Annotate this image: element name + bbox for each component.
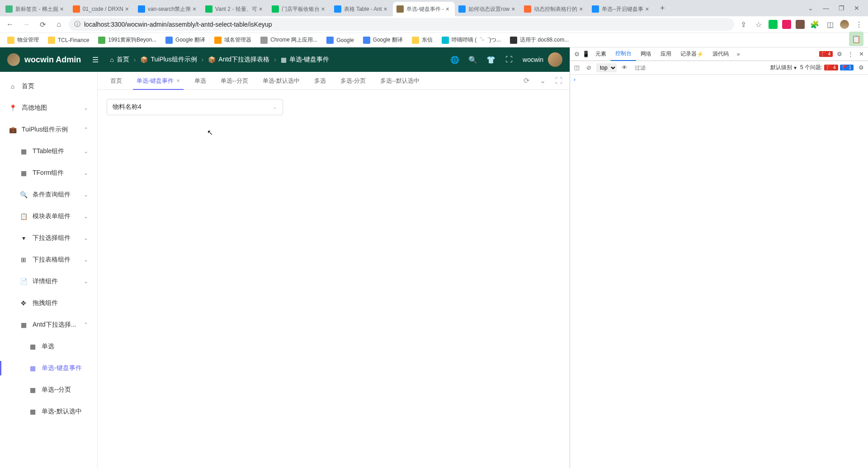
new-tab-button[interactable]: + [656,2,669,14]
bookmark-item[interactable]: Google [323,34,358,46]
browser-tab[interactable]: 单选--开启键盘事× [588,2,654,16]
extension-vue-icon[interactable] [769,20,778,29]
reading-list-icon[interactable]: 📋 [849,32,863,46]
close-tab-icon[interactable]: × [643,5,651,13]
close-tab-icon[interactable]: × [191,5,198,13]
sidebar-item[interactable]: ▦单选-默认选中 [0,401,97,422]
menu-icon[interactable]: ⋮ [854,19,864,30]
close-tab-icon[interactable]: × [176,77,180,84]
sidebar-item[interactable]: ✥拖拽组件 [0,292,97,314]
close-tab-icon[interactable]: × [382,5,389,13]
refresh-icon[interactable]: ⟳ [521,75,532,86]
bookmark-item[interactable]: TCL-Finance [44,34,93,46]
sidebar-item[interactable]: 📄详情组件⌄ [0,271,97,292]
profile-avatar[interactable] [840,20,849,29]
devtools-tab[interactable]: 源代码 [708,47,733,61]
bookmark-item[interactable]: 哔嘀哔嘀 (゜-゜)つ... [438,34,505,46]
breadcrumb-item[interactable]: 📦TuiPlus组件示例 [140,56,197,64]
bookmark-item[interactable]: Google 翻译 [162,34,209,46]
sidebar-item[interactable]: ▦TForm组件⌄ [0,162,97,184]
maximize-button[interactable]: ❐ [835,2,847,14]
issues-indicator[interactable]: 5 个问题: 🚩 4 🚩 1 [800,64,854,71]
translate-icon[interactable]: 🌐 [450,55,459,64]
sidebar-item[interactable]: 📍高德地图⌄ [0,97,97,119]
sidebar-item[interactable]: ▾下拉选择组件⌄ [0,227,97,249]
more-tabs-icon[interactable]: ⌄ [537,75,548,86]
share-icon[interactable]: ⇪ [738,19,749,30]
bookmark-item[interactable]: 东信 [408,34,436,46]
browser-tab[interactable]: 如何动态设置row× [455,2,520,16]
back-button[interactable]: ← [4,18,16,31]
page-tab[interactable]: 多选-分页 [333,72,373,90]
filter-input[interactable] [632,64,767,72]
devtools-tab[interactable]: 应用 [656,47,676,61]
bookmark-item[interactable]: Chrome 网上应用... [257,34,321,46]
settings-icon[interactable]: ⚙ [835,50,844,58]
sidebar-item[interactable]: ▦单选--分页 [0,379,97,401]
bookmark-item[interactable]: 1991黄家驹Beyon... [94,34,160,46]
page-tab[interactable]: 单选-默认选中 [255,72,307,90]
reload-button[interactable]: ⟳ [36,18,49,31]
browser-tab[interactable]: 01_code / DRXN× [69,2,134,16]
tab-dropdown-icon[interactable]: ⌄ [805,2,816,14]
sidebar-item[interactable]: ⌂首页 [0,75,97,97]
close-tab-icon[interactable]: × [58,5,66,13]
context-select[interactable]: top [596,63,617,72]
error-badge[interactable]: 🚩 4 [819,51,833,57]
forward-button[interactable]: → [20,18,33,31]
sidebar-item[interactable]: ▦Antd下拉选择...⌃ [0,314,97,336]
bookmark-item[interactable]: Google 翻译 [359,34,406,46]
devtools-tab[interactable]: 网络 [636,47,656,61]
console-output[interactable]: › [570,75,868,468]
devtools-tab[interactable]: 记录器 ⚡ [676,47,708,61]
close-tab-icon[interactable]: × [509,5,517,13]
eye-icon[interactable]: 👁 [620,64,628,72]
page-tab[interactable]: 首页 [103,72,129,90]
devtools-menu-icon[interactable]: ⋮ [846,50,854,58]
close-tab-icon[interactable]: × [320,5,327,13]
page-tab[interactable]: 单选 [187,72,213,90]
minimize-button[interactable]: — [820,2,832,14]
browser-tab[interactable]: 动态控制表格行的× [520,2,588,16]
maximize-content-icon[interactable]: ⛶ [553,75,564,86]
sidebar-item[interactable]: ▦单选-键盘事件 [0,357,97,379]
browser-tab[interactable]: 表格 Table - Ant× [330,2,393,16]
sidebar-toggle-icon[interactable]: ◫ [573,64,581,72]
sidebar-item[interactable]: ▦TTable组件⌄ [0,140,97,162]
close-tab-icon[interactable]: × [123,5,131,13]
devtools-tab[interactable]: 元素 [591,47,611,61]
close-window-button[interactable]: ✕ [851,2,863,14]
inspect-icon[interactable]: ⯐ [573,50,581,58]
browser-tab[interactable]: van-search禁止弹× [134,2,202,16]
device-mode-icon[interactable]: 📱 [582,50,590,58]
page-tab[interactable]: 单选--分页 [213,72,255,90]
browser-tab[interactable]: 门店平板收银台× [268,2,330,16]
breadcrumb-item[interactable]: ▦单选-键盘事件 [281,56,330,64]
extension-icon-2[interactable] [782,20,791,29]
extensions-icon[interactable]: 🧩 [809,19,820,30]
level-dropdown[interactable]: 默认级别▾ [770,64,797,71]
browser-tab[interactable]: Vant 2 - 轻量、可× [202,2,268,16]
sidebar-item[interactable]: 📋模块表单组件⌄ [0,206,97,227]
site-info-icon[interactable]: ⓘ [74,20,80,28]
sidebar-item[interactable]: 💼TuiPlus组件示例⌃ [0,119,97,140]
fullscreen-icon[interactable]: ⛶ [505,55,514,64]
page-tab[interactable]: 多选 [307,72,333,90]
material-select[interactable]: 物料名称4 ⌄ [107,99,283,115]
bookmark-item[interactable]: 适用于 doc88.com... [506,34,572,46]
page-tab[interactable]: 单选-键盘事件× [129,72,187,90]
menu-toggle-icon[interactable]: ☰ [90,54,101,65]
home-button[interactable]: ⌂ [52,18,65,31]
close-tab-icon[interactable]: × [577,5,585,13]
clear-console-icon[interactable]: ⊘ [585,64,593,72]
sidebar-item[interactable]: 🔍条件查询组件⌄ [0,184,97,206]
search-icon[interactable]: 🔍 [468,55,477,64]
close-tab-icon[interactable]: × [444,5,451,13]
bookmark-star-icon[interactable]: ☆ [753,19,764,30]
bookmark-item[interactable]: 域名管理器 [211,34,255,46]
devtools-tab[interactable]: 控制台 [611,47,636,61]
browser-tab[interactable]: 新标签页 - 稀土掘× [2,2,69,16]
theme-icon[interactable]: 👕 [486,55,495,64]
more-tabs-icon[interactable]: » [734,50,742,58]
page-tab[interactable]: 多选--默认选中 [373,72,427,90]
